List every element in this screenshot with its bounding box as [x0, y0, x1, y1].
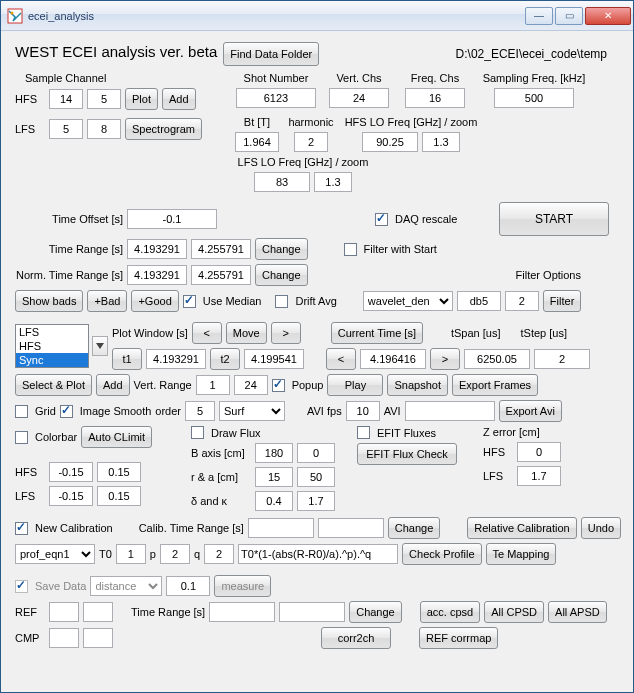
- t1-button[interactable]: t1: [112, 348, 142, 370]
- ref-corrmap-button[interactable]: REF corrmap: [419, 627, 498, 649]
- norm-time1-input[interactable]: [127, 265, 187, 285]
- ref1-input[interactable]: [49, 602, 79, 622]
- calib-t1-input[interactable]: [248, 518, 314, 538]
- save-t1-input[interactable]: [209, 602, 275, 622]
- eqn-input[interactable]: [238, 544, 398, 564]
- grid-checkbox[interactable]: [15, 405, 28, 418]
- dk1-input[interactable]: [255, 491, 293, 511]
- drift-avg-checkbox[interactable]: [275, 295, 288, 308]
- time-range2-input[interactable]: [191, 239, 251, 259]
- clim-lfs2-input[interactable]: [97, 486, 141, 506]
- zerr-hfs-input[interactable]: [517, 442, 561, 462]
- minimize-button[interactable]: —: [525, 7, 553, 25]
- hfs-ch2-input[interactable]: [87, 89, 121, 109]
- baxis2-input[interactable]: [297, 443, 335, 463]
- calib-change-button[interactable]: Change: [388, 517, 441, 539]
- filter-method-select[interactable]: wavelet_den: [363, 291, 453, 311]
- time-range-change-button[interactable]: Change: [255, 238, 308, 260]
- filter-param-input[interactable]: [457, 291, 501, 311]
- lfs-lo-input[interactable]: [254, 172, 310, 192]
- norm-time2-input[interactable]: [191, 265, 251, 285]
- play-button[interactable]: Play: [327, 374, 383, 396]
- t0-input[interactable]: [116, 544, 146, 564]
- surf-select[interactable]: Surf: [219, 401, 285, 421]
- plus-good-button[interactable]: +Good: [131, 290, 178, 312]
- filter-button[interactable]: Filter: [543, 290, 581, 312]
- plot-move-button[interactable]: Move: [226, 322, 267, 344]
- lfs-zoom-input[interactable]: [314, 172, 352, 192]
- export-frames-button[interactable]: Export Frames: [452, 374, 538, 396]
- spectrogram-button[interactable]: Spectrogram: [125, 118, 202, 140]
- harmonic-input[interactable]: [294, 132, 328, 152]
- start-button[interactable]: START: [499, 202, 609, 236]
- q-input[interactable]: [204, 544, 234, 564]
- save-change-button[interactable]: Change: [349, 601, 402, 623]
- current-time-button[interactable]: Current Time [s]: [331, 322, 423, 344]
- measure-button[interactable]: measure: [214, 575, 271, 597]
- dk2-input[interactable]: [297, 491, 335, 511]
- plot-button[interactable]: Plot: [125, 88, 158, 110]
- time-offset-input[interactable]: [127, 209, 217, 229]
- daq-rescale-checkbox[interactable]: [375, 213, 388, 226]
- hfs-lo-input[interactable]: [362, 132, 418, 152]
- shot-input[interactable]: [236, 88, 316, 108]
- save-data-checkbox[interactable]: [15, 580, 28, 593]
- cur-next-button[interactable]: >: [430, 348, 460, 370]
- all-apsd-button[interactable]: All APSD: [548, 601, 607, 623]
- clim-hfs1-input[interactable]: [49, 462, 93, 482]
- norm-time-change-button[interactable]: Change: [255, 264, 308, 286]
- cmp2-input[interactable]: [83, 628, 113, 648]
- baxis1-input[interactable]: [255, 443, 293, 463]
- channel-listbox[interactable]: LFS HFS Sync: [15, 324, 89, 368]
- save-mode-select[interactable]: distance: [90, 576, 162, 596]
- add-button[interactable]: Add: [162, 88, 196, 110]
- order-input[interactable]: [185, 401, 215, 421]
- p-input[interactable]: [160, 544, 190, 564]
- export-avi-button[interactable]: Export Avi: [499, 400, 562, 422]
- efit-check-button[interactable]: EFIT Flux Check: [357, 443, 457, 465]
- all-cpsd-button[interactable]: All CPSD: [484, 601, 544, 623]
- snapshot-button[interactable]: Snapshot: [387, 374, 447, 396]
- clim-hfs2-input[interactable]: [97, 462, 141, 482]
- avifps-input[interactable]: [346, 401, 380, 421]
- select-plot-button[interactable]: Select & Plot: [15, 374, 92, 396]
- hfs-ch1-input[interactable]: [49, 89, 83, 109]
- draw-flux-checkbox[interactable]: [191, 426, 204, 439]
- freq-chs-input[interactable]: [405, 88, 465, 108]
- list-item[interactable]: HFS: [16, 339, 88, 353]
- vrange1-input[interactable]: [196, 375, 230, 395]
- samp-freq-input[interactable]: [494, 88, 574, 108]
- popup-checkbox[interactable]: [272, 379, 285, 392]
- corr2ch-button[interactable]: corr2ch: [321, 627, 391, 649]
- list-item[interactable]: LFS: [16, 325, 88, 339]
- tspan-input[interactable]: [464, 349, 530, 369]
- time-range1-input[interactable]: [127, 239, 187, 259]
- maximize-button[interactable]: ▭: [555, 7, 583, 25]
- zerr-lfs-input[interactable]: [517, 466, 561, 486]
- lfs-ch1-input[interactable]: [49, 119, 83, 139]
- plot-next-button[interactable]: >: [271, 322, 301, 344]
- ref2-input[interactable]: [83, 602, 113, 622]
- lfs-ch2-input[interactable]: [87, 119, 121, 139]
- save-t2-input[interactable]: [279, 602, 345, 622]
- vrange2-input[interactable]: [234, 375, 268, 395]
- hfs-zoom-input[interactable]: [422, 132, 460, 152]
- t2-input[interactable]: [244, 349, 304, 369]
- image-smooth-checkbox[interactable]: [60, 405, 73, 418]
- profile-eqn-select[interactable]: prof_eqn1: [15, 544, 95, 564]
- cur-prev-button[interactable]: <: [326, 348, 356, 370]
- ra2-input[interactable]: [297, 467, 335, 487]
- colorbar-checkbox[interactable]: [15, 431, 28, 444]
- plus-bad-button[interactable]: +Bad: [87, 290, 127, 312]
- calib-t2-input[interactable]: [318, 518, 384, 538]
- te-mapping-button[interactable]: Te Mapping: [486, 543, 557, 565]
- save-val-input[interactable]: [166, 576, 210, 596]
- find-data-folder-button[interactable]: Find Data Folder: [223, 42, 319, 66]
- close-button[interactable]: ✕: [585, 7, 631, 25]
- vert-chs-input[interactable]: [329, 88, 389, 108]
- efit-fluxes-checkbox[interactable]: [357, 426, 370, 439]
- cur-time-input[interactable]: [360, 349, 426, 369]
- plot-prev-button[interactable]: <: [192, 322, 222, 344]
- listbox-dropdown-icon[interactable]: [92, 336, 108, 356]
- avi-input[interactable]: [405, 401, 495, 421]
